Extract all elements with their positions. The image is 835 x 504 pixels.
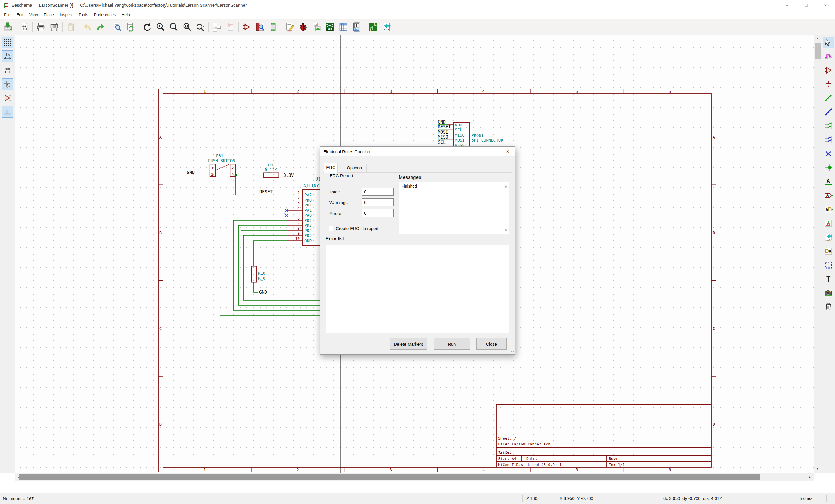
place-power-port-tool[interactable] — [822, 78, 834, 90]
warnings-field[interactable]: 0 — [362, 198, 394, 206]
annotate-button[interactable] — [283, 20, 297, 34]
horizontal-scrollbar[interactable]: ◀ ▶ — [15, 473, 814, 481]
bom-button[interactable]: $BOM — [350, 20, 363, 34]
hidden-pins-toggle[interactable] — [2, 92, 13, 104]
symbol-editor-button[interactable] — [240, 20, 253, 34]
hierarchical-sheet-tool[interactable] — [822, 218, 834, 229]
find-button[interactable] — [110, 20, 124, 34]
title-block-size: Size: A4 — [498, 457, 516, 461]
horizontal-scroll-thumb[interactable] — [19, 474, 760, 480]
net-reset[interactable]: RESET — [236, 189, 287, 195]
undo-button[interactable] — [81, 20, 94, 34]
scroll-down-arrow-icon[interactable]: ▼ — [814, 465, 821, 473]
vertical-scroll-thumb[interactable] — [815, 43, 820, 59]
menu-view[interactable]: View — [26, 11, 41, 19]
error-list[interactable] — [326, 245, 509, 334]
units-inches-toggle[interactable]: in — [2, 51, 13, 62]
print-button[interactable] — [34, 20, 47, 34]
component-prog1[interactable]: GND RESET MOSI MISO SCL VDD SCL MISO MOS… — [438, 119, 503, 149]
symbol-browser-button[interactable] — [253, 20, 267, 34]
netlist-button[interactable] — [310, 20, 323, 34]
messages-list[interactable]: Finished ∧ ∨ — [399, 182, 509, 234]
delete-markers-button[interactable]: Delete Markers — [390, 338, 427, 350]
place-symbol-tool[interactable] — [822, 64, 834, 76]
navigate-hierarchy-button[interactable] — [210, 20, 224, 34]
zoom-fit-button[interactable] — [180, 20, 194, 34]
resize-grip[interactable] — [510, 350, 514, 354]
footprint-editor-button[interactable] — [267, 20, 280, 34]
place-bus-tool[interactable] — [822, 106, 834, 118]
select-tool[interactable] — [822, 37, 834, 48]
title-block-sheet: Sheet: / — [498, 436, 516, 441]
back-import-button[interactable]: BACK — [380, 20, 393, 34]
erc-dialog-titlebar[interactable]: Electrical Rules Checker × — [320, 147, 515, 156]
place-wire-tool[interactable] — [822, 92, 834, 104]
close-button[interactable]: × — [816, 0, 835, 11]
erc-report-group: ERC Report: Total: 0 Warnings: 0 Errors:… — [326, 176, 393, 234]
graphic-polyline-tool[interactable] — [822, 259, 834, 271]
u1-pin-number: 1 — [298, 190, 300, 195]
maximize-button[interactable]: □ — [797, 0, 816, 11]
menu-inspect[interactable]: Inspect — [57, 11, 76, 19]
delete-tool[interactable] — [822, 301, 834, 313]
grid-visibility-toggle[interactable] — [2, 37, 13, 48]
hierarchical-label-tool[interactable]: A — [822, 204, 834, 215]
pcbnew-button[interactable] — [366, 20, 380, 34]
errors-field[interactable]: 0 — [362, 209, 394, 217]
menu-preferences[interactable]: Preferences — [91, 11, 119, 19]
menu-place[interactable]: Place — [41, 11, 57, 19]
schematic-canvas[interactable]: 1 2 3 4 5 6 1 2 3 4 5 6 A B C D A B C D — [15, 35, 814, 473]
cursor-shape-toggle[interactable] — [2, 78, 13, 90]
fields-table-button[interactable] — [337, 20, 350, 34]
image-tool[interactable] — [822, 287, 834, 299]
scroll-down-icon[interactable]: ∨ — [505, 228, 507, 232]
tab-options[interactable]: Options — [342, 164, 367, 172]
wire-to-bus-entry-tool[interactable] — [822, 120, 834, 132]
sheet-pin-tool[interactable]: A — [822, 245, 834, 257]
redo-button[interactable] — [94, 20, 107, 34]
no-connect-flag-tool[interactable] — [822, 148, 834, 160]
save-button[interactable] — [1, 20, 15, 34]
erc-button[interactable] — [297, 20, 310, 34]
import-sheet-pin-tool[interactable] — [822, 231, 834, 243]
menu-file[interactable]: File — [1, 11, 14, 19]
close-dialog-button[interactable]: Close — [476, 338, 507, 350]
scroll-up-icon[interactable]: ∧ — [505, 184, 507, 188]
redraw-view-button[interactable] — [140, 20, 154, 34]
text-tool[interactable]: T — [822, 273, 834, 285]
menu-tools[interactable]: Tools — [76, 11, 91, 19]
hv-orientation-toggle[interactable] — [2, 106, 13, 118]
net-label-tool[interactable]: A — [822, 176, 834, 187]
highlight-net-tool[interactable] — [822, 51, 834, 62]
zoom-in-button[interactable] — [154, 20, 167, 34]
units-mm-toggle[interactable]: mm — [2, 64, 13, 76]
menu-help[interactable]: Help — [119, 11, 133, 19]
page-settings-button[interactable] — [18, 20, 31, 34]
plot-button[interactable] — [47, 20, 61, 34]
paste-button[interactable] — [64, 20, 77, 34]
messages-label: Messages: — [399, 175, 423, 180]
component-pb1[interactable]: PB1 PUSH_BUTTON GND 1 2 3 4 — [187, 154, 236, 177]
tab-erc[interactable]: ERC — [324, 163, 338, 173]
u1-pin-number: 6 — [298, 216, 300, 220]
bus-to-bus-entry-tool[interactable] — [822, 134, 834, 146]
global-label-tool[interactable]: A — [822, 190, 834, 201]
scroll-up-arrow-icon[interactable]: ▲ — [814, 35, 821, 42]
minimize-button[interactable]: − — [778, 0, 797, 11]
u1-pin-name: GND — [304, 238, 312, 243]
error-list-label: Error list: — [326, 236, 345, 242]
total-field[interactable]: 0 — [362, 188, 394, 196]
run-button[interactable]: Run — [434, 338, 470, 350]
leave-sheet-button[interactable] — [224, 20, 237, 34]
highlight-net-button[interactable]: NET — [323, 20, 337, 34]
menu-edit[interactable]: Edit — [14, 11, 26, 19]
erc-dialog-close-icon[interactable]: × — [504, 148, 511, 155]
create-erc-report-checkbox[interactable] — [329, 226, 333, 231]
zoom-to-selection-button[interactable] — [194, 20, 207, 34]
component-r10[interactable]: R10 R_0 GND — [251, 265, 267, 295]
find-replace-button[interactable] — [124, 20, 137, 34]
vertical-scrollbar[interactable]: ▲ ▼ — [814, 35, 821, 473]
scroll-right-arrow-icon[interactable]: ▶ — [806, 473, 814, 481]
junction-tool[interactable] — [822, 162, 834, 174]
zoom-out-button[interactable] — [167, 20, 180, 34]
